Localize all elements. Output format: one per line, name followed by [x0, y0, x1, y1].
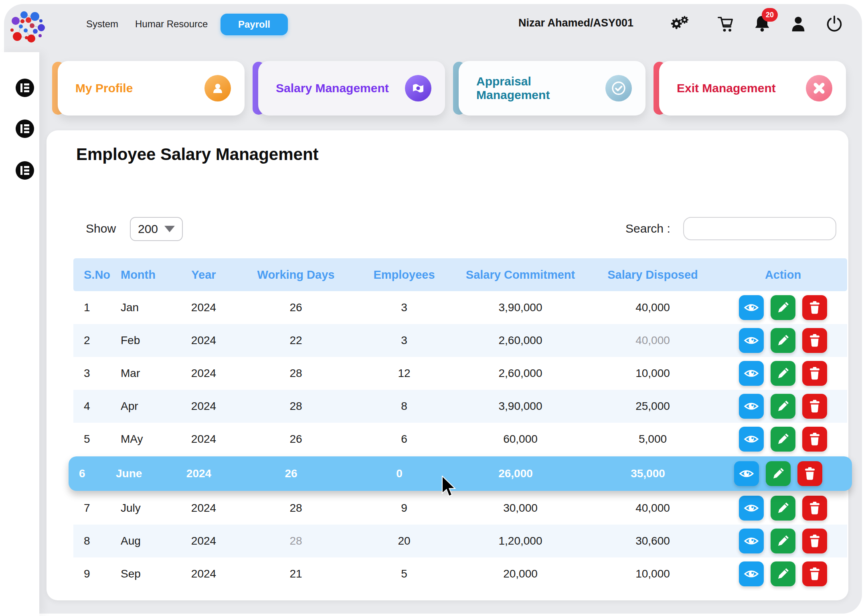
cell-sno: 7: [73, 502, 109, 515]
pencil-icon: [775, 333, 791, 348]
delete-button[interactable]: [797, 461, 822, 486]
table-row[interactable]: 4Apr20242883,90,00025,000: [73, 390, 847, 423]
main-panel: Employee Salary Management Show 200 Sear…: [47, 130, 848, 600]
cell-actions: [719, 496, 847, 521]
cell-sno: 5: [73, 433, 109, 446]
table-row[interactable]: 7July202428930,00040,000: [73, 492, 847, 525]
cell-salary-commitment: 30,000: [454, 502, 587, 515]
view-button[interactable]: [739, 328, 764, 353]
pencil-icon: [775, 300, 791, 315]
delete-button[interactable]: [802, 394, 827, 419]
tab-appraisal-management[interactable]: Appraisal Management: [453, 61, 645, 116]
nav-item-human-resource[interactable]: Humar Resource: [135, 18, 208, 30]
edit-button[interactable]: [771, 529, 795, 553]
cell-employees: 6: [354, 433, 454, 446]
sidebar-item-2[interactable]: [16, 120, 34, 138]
view-button[interactable]: [739, 295, 764, 320]
view-button[interactable]: [739, 427, 764, 452]
cell-actions: [719, 295, 847, 320]
edit-button[interactable]: [771, 427, 795, 452]
cell-salary-disposed: 10,000: [587, 367, 719, 380]
delete-button[interactable]: [802, 561, 827, 586]
cell-salary-disposed: 10,000: [587, 567, 719, 580]
cell-employees: 0: [349, 467, 449, 480]
delete-button[interactable]: [802, 361, 827, 386]
delete-button[interactable]: [802, 496, 827, 521]
settings-icon[interactable]: [669, 14, 689, 34]
pencil-icon: [775, 399, 791, 414]
cart-icon[interactable]: [715, 14, 735, 34]
power-icon[interactable]: [824, 14, 844, 34]
cell-actions: [719, 561, 847, 586]
eye-icon: [743, 533, 759, 549]
sidebar-item-1[interactable]: [16, 79, 34, 97]
view-button[interactable]: [739, 529, 764, 553]
trash-icon: [807, 533, 822, 549]
cell-sno: 3: [73, 367, 109, 380]
cell-employees: 5: [354, 567, 454, 580]
view-button[interactable]: [739, 561, 764, 586]
view-button[interactable]: [739, 496, 764, 521]
cell-actions: [719, 529, 847, 553]
cell-employees: 20: [354, 535, 454, 547]
cell-working-days: 28: [238, 400, 354, 413]
edit-button[interactable]: [771, 496, 795, 521]
col-year: Year: [170, 268, 238, 282]
edit-button[interactable]: [771, 295, 795, 320]
sidebar-item-3[interactable]: [16, 161, 34, 180]
eye-icon: [739, 466, 755, 482]
table-row[interactable]: 5MAy202426660,0005,000: [73, 423, 847, 456]
cell-sno: 2: [73, 334, 109, 347]
mouse-cursor: [441, 476, 459, 499]
list-module-icon: [20, 83, 30, 93]
tab-my-profile[interactable]: My Profile: [52, 61, 245, 116]
page-size-select[interactable]: 200: [130, 217, 183, 241]
eye-icon: [743, 365, 759, 381]
cell-year: 2024: [170, 433, 238, 446]
table-row[interactable]: 1Jan20242633,90,00040,000: [73, 291, 847, 324]
nav-item-system[interactable]: System: [86, 18, 118, 30]
cell-year: 2024: [170, 567, 238, 580]
edit-button[interactable]: [766, 461, 791, 486]
view-button[interactable]: [734, 461, 759, 486]
cell-salary-disposed: 40,000: [587, 502, 719, 515]
pencil-icon: [771, 466, 786, 481]
edit-button[interactable]: [771, 361, 795, 386]
table-row[interactable]: 9Sep202421520,00010,000: [73, 557, 847, 590]
edit-button[interactable]: [771, 561, 795, 586]
tab-label: My Profile: [75, 81, 133, 95]
view-button[interactable]: [739, 361, 764, 386]
view-button[interactable]: [739, 394, 764, 419]
cell-month: July: [109, 502, 170, 515]
cell-salary-commitment: 26,000: [449, 467, 582, 480]
trash-icon: [807, 432, 822, 447]
eye-icon: [743, 431, 759, 447]
edit-button[interactable]: [771, 328, 795, 353]
trash-icon: [807, 333, 822, 348]
edit-button[interactable]: [771, 394, 795, 419]
delete-button[interactable]: [802, 529, 827, 553]
cell-working-days: 22: [238, 334, 354, 347]
col-salary-commitment: Salary Commitment: [454, 268, 587, 282]
table-row[interactable]: 6June202426026,00035,000: [69, 456, 852, 491]
delete-button[interactable]: [802, 427, 827, 452]
cell-sno: 6: [69, 467, 105, 480]
table-row[interactable]: 8Aug202428201,20,00030,600: [73, 525, 847, 557]
nav-item-payroll[interactable]: Payroll: [221, 14, 288, 35]
tab-exit-management[interactable]: Exit Management: [654, 61, 846, 116]
cell-salary-commitment: 20,000: [454, 567, 587, 580]
table-row[interactable]: 3Mar202428122,60,00010,000: [73, 357, 847, 390]
search-input[interactable]: [683, 217, 836, 240]
cell-year: 2024: [170, 334, 238, 347]
user-icon[interactable]: [788, 14, 808, 34]
tab-salary-management[interactable]: Salary Management: [253, 61, 445, 116]
eye-icon: [743, 332, 759, 349]
table-body: 1Jan20242633,90,00040,000 2Feb20242232,6…: [73, 291, 847, 590]
tab-label: Exit Management: [677, 81, 776, 95]
trash-icon: [807, 566, 822, 582]
table-row[interactable]: 2Feb20242232,60,00040,000: [73, 324, 847, 357]
delete-button[interactable]: [802, 328, 827, 353]
trash-icon: [802, 466, 817, 481]
cell-month: Aug: [109, 535, 170, 547]
delete-button[interactable]: [802, 295, 827, 320]
